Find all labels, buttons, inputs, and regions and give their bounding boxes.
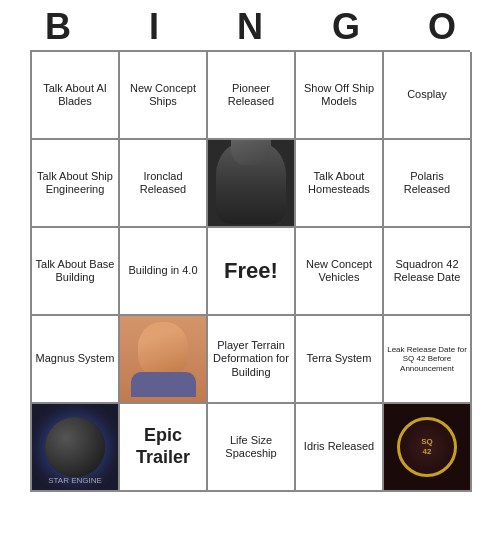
cell-r2c1[interactable]: Building in 4.0: [120, 228, 208, 316]
letter-n: N: [206, 6, 294, 48]
cell-text-r0c2: Pioneer Released: [210, 82, 292, 108]
cell-r1c0[interactable]: Talk About Ship Engineering: [32, 140, 120, 228]
letter-g: G: [302, 6, 390, 48]
cell-r3c3[interactable]: Terra System: [296, 316, 384, 404]
cell-r2c3[interactable]: New Concept Vehicles: [296, 228, 384, 316]
letter-i: I: [110, 6, 198, 48]
cell-r3c2[interactable]: Player Terrain Deformation for Building: [208, 316, 296, 404]
cell-text-r0c0: Talk About AI Blades: [34, 82, 116, 108]
cell-text-r0c4: Cosplay: [407, 88, 447, 101]
cell-r4c2[interactable]: Life Size Spaceship: [208, 404, 296, 492]
cell-text-r3c4: Leak Release Date for SQ 42 Before Annou…: [386, 345, 468, 374]
cell-r0c3[interactable]: Show Off Ship Models: [296, 52, 384, 140]
cell-r4c1[interactable]: Epic Trailer: [120, 404, 208, 492]
cell-r0c4[interactable]: Cosplay: [384, 52, 472, 140]
cell-text-r1c3: Talk About Homesteads: [298, 170, 380, 196]
cell-text-r4c2: Life Size Spaceship: [210, 434, 292, 460]
cell-r0c2[interactable]: Pioneer Released: [208, 52, 296, 140]
soldier-figure: [216, 142, 286, 224]
cell-text-r2c0: Talk About Base Building: [34, 258, 116, 284]
cell-text-r2c1: Building in 4.0: [128, 264, 197, 277]
cell-text-r1c1: Ironclad Released: [122, 170, 204, 196]
cell-r2c0[interactable]: Talk About Base Building: [32, 228, 120, 316]
cell-r1c1[interactable]: Ironclad Released: [120, 140, 208, 228]
cell-text-r3c0: Magnus System: [36, 352, 115, 365]
cell-r3c4[interactable]: Leak Release Date for SQ 42 Before Annou…: [384, 316, 472, 404]
cell-text-r2c4: Squadron 42 Release Date: [386, 258, 468, 284]
cell-text-r4c3: Idris Released: [304, 440, 374, 453]
letter-b: B: [14, 6, 102, 48]
cell-r0c1[interactable]: New Concept Ships: [120, 52, 208, 140]
cell-text-r0c3: Show Off Ship Models: [298, 82, 380, 108]
cell-r4c4[interactable]: SQ42: [384, 404, 472, 492]
star-engine-label: STAR ENGINE: [32, 476, 118, 486]
cell-r1c3[interactable]: Talk About Homesteads: [296, 140, 384, 228]
bingo-grid: Talk About AI BladesNew Concept ShipsPio…: [30, 50, 470, 492]
cell-text-r4c1: Epic Trailer: [122, 425, 204, 468]
sq42-badge: SQ42: [397, 417, 457, 477]
man-face-wrap: [120, 316, 206, 402]
free-label: Free!: [224, 258, 278, 284]
letter-o: O: [398, 6, 486, 48]
cell-text-r1c4: Polaris Released: [386, 170, 468, 196]
cell-r4c3[interactable]: Idris Released: [296, 404, 384, 492]
cell-text-r3c2: Player Terrain Deformation for Building: [210, 339, 292, 379]
cell-r1c2[interactable]: [208, 140, 296, 228]
cell-text-r3c3: Terra System: [307, 352, 372, 365]
cell-r2c2[interactable]: Free!: [208, 228, 296, 316]
bingo-title: B I N G O: [10, 0, 490, 50]
cell-r3c1[interactable]: [120, 316, 208, 404]
sq42-logo: SQ42: [384, 404, 470, 490]
cell-r4c0[interactable]: STAR ENGINE: [32, 404, 120, 492]
cell-r1c4[interactable]: Polaris Released: [384, 140, 472, 228]
cell-text-r1c0: Talk About Ship Engineering: [34, 170, 116, 196]
cell-r2c4[interactable]: Squadron 42 Release Date: [384, 228, 472, 316]
cell-text-r0c1: New Concept Ships: [122, 82, 204, 108]
cell-r3c0[interactable]: Magnus System: [32, 316, 120, 404]
cell-text-r2c3: New Concept Vehicles: [298, 258, 380, 284]
cell-r0c0[interactable]: Talk About AI Blades: [32, 52, 120, 140]
